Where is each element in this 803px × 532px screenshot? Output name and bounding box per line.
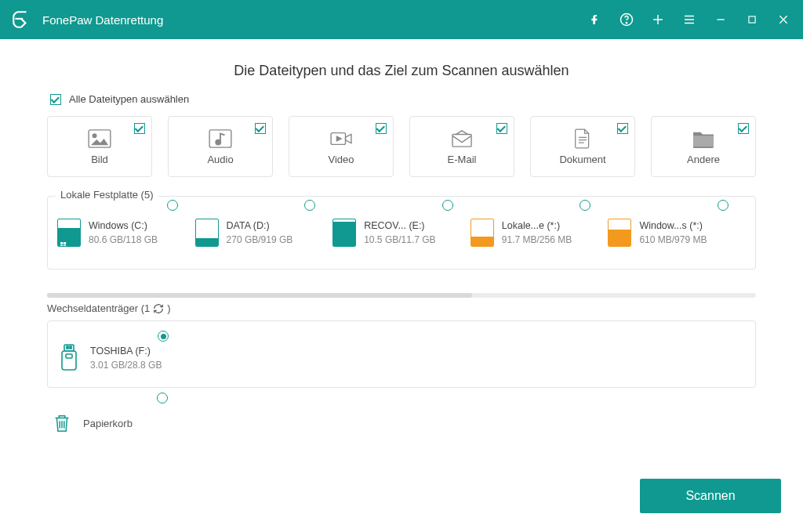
filetype-checkbox[interactable]	[738, 123, 749, 134]
menu-icon[interactable]	[681, 11, 698, 28]
drive-d[interactable]: DATA (D:) 270 GB/919 GB	[195, 214, 333, 252]
refresh-icon[interactable]	[153, 303, 164, 314]
filetype-checkbox[interactable]	[376, 123, 387, 134]
minimize-button[interactable]	[712, 11, 729, 28]
svg-rect-16	[70, 346, 71, 349]
local-drives-group: Lokale Festplatte (5) Windows (C:) 80.6 …	[47, 196, 756, 270]
filetype-email[interactable]: E-Mail	[409, 116, 514, 177]
filetype-video[interactable]: Video	[289, 116, 394, 177]
drive-icon	[57, 219, 81, 247]
drive-name: Lokale...e (*:)	[502, 220, 572, 231]
svg-rect-2	[749, 16, 755, 23]
select-all-checkbox[interactable]	[50, 94, 61, 105]
recycle-bin-label: Papierkorb	[83, 418, 133, 429]
svg-rect-18	[66, 354, 72, 358]
titlebar: FonePaw Datenrettung	[0, 0, 803, 39]
filetype-checkbox[interactable]	[255, 123, 266, 134]
removable-legend: Wechseldatenträger (1 )	[47, 302, 756, 314]
drive-icon	[608, 219, 631, 247]
drive-radio[interactable]	[718, 200, 729, 211]
drive-c[interactable]: Windows (C:) 80.6 GB/118 GB	[57, 214, 195, 252]
document-icon	[571, 128, 594, 149]
app-logo-icon	[11, 9, 31, 30]
svg-rect-13	[64, 245, 66, 247]
local-drives-row: Windows (C:) 80.6 GB/118 GB DATA (D:) 27…	[57, 214, 746, 252]
drive-f[interactable]: TOSHIBA (F:) 3.01 GB/28.8 GB	[57, 343, 746, 373]
content-area: Die Dateitypen und das Ziel zum Scannen …	[0, 39, 803, 532]
select-all-row[interactable]: Alle Dateitypen auswählen	[50, 93, 756, 105]
image-icon	[88, 128, 111, 149]
drive-icon	[332, 219, 356, 247]
drive-e[interactable]: RECOV... (E:) 10.5 GB/11.7 GB	[332, 214, 471, 252]
drive-icon	[195, 219, 219, 247]
drive-radio[interactable]	[442, 200, 453, 211]
drive-size: 3.01 GB/28.8 GB	[90, 360, 162, 371]
drive-size: 10.5 GB/11.7 GB	[364, 234, 435, 245]
removable-legend-close: )	[167, 302, 170, 314]
recycle-bin-row[interactable]: Papierkorb	[47, 407, 756, 440]
removable-radio[interactable]	[158, 331, 169, 342]
close-button[interactable]	[775, 11, 792, 28]
filetype-checkbox[interactable]	[134, 123, 145, 134]
removable-drives-group: TOSHIBA (F:) 3.01 GB/28.8 GB	[47, 320, 756, 388]
svg-rect-9	[693, 136, 714, 147]
drive-radio[interactable]	[167, 200, 178, 211]
filetype-label: Dokument	[559, 154, 605, 165]
app-title: FonePaw Datenrettung	[42, 13, 587, 27]
recycle-bin-icon	[50, 411, 74, 435]
filetype-bild[interactable]: Bild	[47, 116, 152, 177]
drive-radio[interactable]	[580, 200, 590, 211]
windows-flag-icon	[60, 237, 67, 244]
filetype-dokument[interactable]: Dokument	[530, 116, 635, 177]
filetype-label: Andere	[687, 154, 720, 165]
filetype-label: E-Mail	[448, 154, 477, 165]
usb-icon	[57, 343, 81, 373]
folder-icon	[692, 128, 715, 149]
recycle-radio[interactable]	[157, 393, 168, 404]
drive-name: DATA (D:)	[227, 220, 293, 231]
drive-radio[interactable]	[304, 200, 315, 211]
app-window: FonePaw Datenrettung Die Dateitypen und …	[0, 0, 803, 532]
drive-size: 80.6 GB/118 GB	[89, 234, 158, 245]
plus-icon[interactable]	[649, 11, 667, 28]
drive-size: 91.7 MB/256 MB	[502, 234, 572, 245]
page-title: Die Dateitypen und das Ziel zum Scannen …	[47, 63, 756, 79]
drive-name: Window...s (*:)	[639, 220, 707, 231]
svg-rect-15	[67, 346, 68, 349]
svg-point-1	[626, 23, 627, 24]
filetype-checkbox[interactable]	[496, 123, 507, 134]
filetype-checkbox[interactable]	[617, 123, 628, 134]
filetype-label: Video	[328, 154, 354, 165]
filetype-label: Audio	[207, 154, 233, 165]
svg-rect-11	[64, 242, 66, 244]
horizontal-scrollbar[interactable]	[47, 293, 756, 298]
drive-name: RECOV... (E:)	[364, 220, 435, 231]
svg-rect-14	[64, 345, 74, 351]
drive-name: TOSHIBA (F:)	[90, 346, 162, 356]
filetype-andere[interactable]: Andere	[651, 116, 756, 177]
audio-icon	[209, 128, 232, 149]
select-all-label: Alle Dateitypen auswählen	[69, 93, 189, 105]
drive-name: Windows (C:)	[89, 220, 158, 231]
drive-star1[interactable]: Lokale...e (*:) 91.7 MB/256 MB	[471, 214, 609, 252]
maximize-button[interactable]	[743, 11, 761, 28]
video-icon	[329, 128, 353, 149]
scan-button[interactable]: Scannen	[640, 479, 781, 513]
help-icon[interactable]	[618, 11, 635, 28]
drive-size: 610 MB/979 MB	[639, 234, 707, 245]
removable-legend-text: Wechseldatenträger (1	[47, 302, 150, 314]
svg-rect-8	[452, 134, 471, 147]
filetype-grid: Bild Audio Video E-M	[47, 116, 756, 177]
filetype-label: Bild	[91, 154, 108, 165]
svg-point-4	[93, 134, 96, 138]
svg-rect-12	[60, 245, 63, 247]
drive-star2[interactable]: Window...s (*:) 610 MB/979 MB	[608, 214, 746, 252]
facebook-icon[interactable]	[587, 11, 604, 28]
filetype-audio[interactable]: Audio	[168, 116, 273, 177]
local-drives-legend: Lokale Festplatte (5)	[56, 189, 158, 201]
email-icon	[450, 128, 474, 149]
drive-icon	[471, 219, 494, 247]
titlebar-actions	[587, 11, 792, 28]
drive-size: 270 GB/919 GB	[227, 234, 293, 245]
svg-rect-10	[60, 242, 63, 244]
